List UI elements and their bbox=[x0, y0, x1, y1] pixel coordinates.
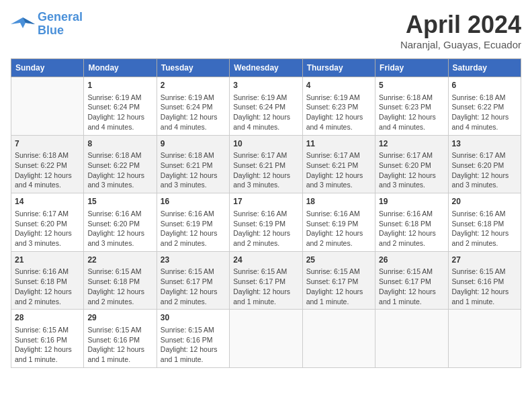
day-info: Sunrise: 6:19 AM Sunset: 6:24 PM Dayligh… bbox=[87, 93, 152, 132]
calendar-cell: 4Sunrise: 6:19 AM Sunset: 6:23 PM Daylig… bbox=[302, 77, 375, 136]
location-subtitle: Naranjal, Guayas, Ecuador bbox=[400, 39, 521, 50]
calendar-cell bbox=[11, 77, 84, 136]
day-number: 28 bbox=[15, 312, 80, 324]
calendar-cell: 18Sunrise: 6:16 AM Sunset: 6:19 PM Dayli… bbox=[302, 193, 375, 252]
day-number: 17 bbox=[233, 196, 298, 208]
calendar-cell bbox=[302, 310, 375, 368]
day-number: 22 bbox=[87, 255, 152, 266]
day-number: 2 bbox=[161, 80, 226, 91]
calendar-week-row: 14Sunrise: 6:17 AM Sunset: 6:20 PM Dayli… bbox=[11, 193, 521, 252]
day-info: Sunrise: 6:18 AM Sunset: 6:22 PM Dayligh… bbox=[452, 93, 517, 132]
day-info: Sunrise: 6:16 AM Sunset: 6:18 PM Dayligh… bbox=[452, 209, 517, 248]
day-info: Sunrise: 6:15 AM Sunset: 6:18 PM Dayligh… bbox=[87, 267, 152, 306]
calendar-week-row: 7Sunrise: 6:18 AM Sunset: 6:22 PM Daylig… bbox=[11, 135, 521, 193]
calendar-cell: 13Sunrise: 6:17 AM Sunset: 6:20 PM Dayli… bbox=[448, 135, 521, 193]
day-info: Sunrise: 6:15 AM Sunset: 6:17 PM Dayligh… bbox=[306, 267, 371, 306]
calendar-cell bbox=[375, 310, 448, 368]
header-thursday: Thursday bbox=[302, 59, 375, 77]
calendar-cell: 20Sunrise: 6:16 AM Sunset: 6:18 PM Dayli… bbox=[448, 193, 521, 252]
day-info: Sunrise: 6:15 AM Sunset: 6:17 PM Dayligh… bbox=[379, 267, 444, 306]
day-info: Sunrise: 6:17 AM Sunset: 6:21 PM Dayligh… bbox=[233, 150, 298, 190]
day-number: 12 bbox=[379, 138, 444, 150]
calendar-cell: 9Sunrise: 6:18 AM Sunset: 6:21 PM Daylig… bbox=[157, 135, 229, 193]
day-info: Sunrise: 6:19 AM Sunset: 6:23 PM Dayligh… bbox=[306, 93, 371, 132]
day-number: 14 bbox=[15, 196, 80, 208]
day-number: 11 bbox=[306, 138, 371, 150]
day-number: 7 bbox=[15, 138, 80, 150]
calendar-week-row: 21Sunrise: 6:16 AM Sunset: 6:18 PM Dayli… bbox=[11, 251, 521, 310]
header-monday: Monday bbox=[84, 59, 157, 77]
day-number: 16 bbox=[161, 196, 226, 208]
day-number: 8 bbox=[87, 138, 152, 150]
header-tuesday: Tuesday bbox=[157, 59, 229, 77]
calendar-cell: 21Sunrise: 6:16 AM Sunset: 6:18 PM Dayli… bbox=[11, 251, 84, 310]
day-number: 21 bbox=[15, 255, 80, 266]
day-info: Sunrise: 6:15 AM Sunset: 6:16 PM Dayligh… bbox=[15, 325, 80, 365]
day-number: 18 bbox=[306, 196, 371, 208]
day-number: 10 bbox=[233, 138, 298, 150]
header-wednesday: Wednesday bbox=[230, 59, 302, 77]
day-info: Sunrise: 6:15 AM Sunset: 6:17 PM Dayligh… bbox=[233, 267, 298, 306]
day-info: Sunrise: 6:16 AM Sunset: 6:20 PM Dayligh… bbox=[87, 209, 152, 248]
day-number: 13 bbox=[452, 138, 517, 150]
day-number: 25 bbox=[306, 255, 371, 266]
calendar-cell: 5Sunrise: 6:18 AM Sunset: 6:23 PM Daylig… bbox=[375, 77, 448, 136]
day-number: 24 bbox=[233, 255, 298, 266]
day-info: Sunrise: 6:16 AM Sunset: 6:19 PM Dayligh… bbox=[306, 209, 371, 248]
day-info: Sunrise: 6:17 AM Sunset: 6:20 PM Dayligh… bbox=[452, 150, 517, 190]
calendar-week-row: 1Sunrise: 6:19 AM Sunset: 6:24 PM Daylig… bbox=[11, 77, 521, 136]
logo-line2: Blue bbox=[38, 24, 64, 37]
calendar-cell bbox=[230, 310, 302, 368]
header-sunday: Sunday bbox=[11, 59, 84, 77]
page-header: General Blue April 2024 Naranjal, Guayas… bbox=[11, 11, 521, 50]
day-number: 15 bbox=[87, 196, 152, 208]
calendar-cell: 16Sunrise: 6:16 AM Sunset: 6:19 PM Dayli… bbox=[157, 193, 229, 252]
day-info: Sunrise: 6:17 AM Sunset: 6:21 PM Dayligh… bbox=[306, 150, 371, 190]
day-info: Sunrise: 6:16 AM Sunset: 6:19 PM Dayligh… bbox=[161, 209, 226, 248]
day-info: Sunrise: 6:17 AM Sunset: 6:20 PM Dayligh… bbox=[15, 209, 80, 248]
day-info: Sunrise: 6:18 AM Sunset: 6:22 PM Dayligh… bbox=[15, 150, 80, 190]
calendar-cell: 2Sunrise: 6:19 AM Sunset: 6:24 PM Daylig… bbox=[157, 77, 229, 136]
day-info: Sunrise: 6:19 AM Sunset: 6:24 PM Dayligh… bbox=[161, 93, 226, 132]
day-info: Sunrise: 6:16 AM Sunset: 6:19 PM Dayligh… bbox=[233, 209, 298, 248]
day-number: 4 bbox=[306, 80, 371, 91]
day-info: Sunrise: 6:18 AM Sunset: 6:22 PM Dayligh… bbox=[87, 150, 152, 190]
day-info: Sunrise: 6:15 AM Sunset: 6:16 PM Dayligh… bbox=[87, 325, 152, 365]
calendar-cell: 12Sunrise: 6:17 AM Sunset: 6:20 PM Dayli… bbox=[375, 135, 448, 193]
calendar-cell: 8Sunrise: 6:18 AM Sunset: 6:22 PM Daylig… bbox=[84, 135, 157, 193]
calendar-cell: 11Sunrise: 6:17 AM Sunset: 6:21 PM Dayli… bbox=[302, 135, 375, 193]
day-number: 1 bbox=[87, 80, 152, 91]
calendar-cell: 14Sunrise: 6:17 AM Sunset: 6:20 PM Dayli… bbox=[11, 193, 84, 252]
header-friday: Friday bbox=[375, 59, 448, 77]
day-info: Sunrise: 6:16 AM Sunset: 6:18 PM Dayligh… bbox=[15, 267, 80, 306]
logo-icon bbox=[11, 15, 35, 34]
day-info: Sunrise: 6:19 AM Sunset: 6:24 PM Dayligh… bbox=[233, 93, 298, 132]
day-info: Sunrise: 6:15 AM Sunset: 6:16 PM Dayligh… bbox=[161, 325, 226, 365]
day-number: 26 bbox=[379, 255, 444, 266]
title-block: April 2024 Naranjal, Guayas, Ecuador bbox=[400, 11, 521, 50]
calendar-cell: 7Sunrise: 6:18 AM Sunset: 6:22 PM Daylig… bbox=[11, 135, 84, 193]
day-info: Sunrise: 6:15 AM Sunset: 6:16 PM Dayligh… bbox=[452, 267, 517, 306]
calendar-cell: 15Sunrise: 6:16 AM Sunset: 6:20 PM Dayli… bbox=[84, 193, 157, 252]
calendar-cell: 10Sunrise: 6:17 AM Sunset: 6:21 PM Dayli… bbox=[230, 135, 302, 193]
day-number: 20 bbox=[452, 196, 517, 208]
day-number: 3 bbox=[233, 80, 298, 91]
calendar-cell: 23Sunrise: 6:15 AM Sunset: 6:17 PM Dayli… bbox=[157, 251, 229, 310]
calendar-cell: 28Sunrise: 6:15 AM Sunset: 6:16 PM Dayli… bbox=[11, 310, 84, 368]
logo: General Blue bbox=[11, 11, 83, 38]
calendar-cell: 6Sunrise: 6:18 AM Sunset: 6:22 PM Daylig… bbox=[448, 77, 521, 136]
day-info: Sunrise: 6:15 AM Sunset: 6:17 PM Dayligh… bbox=[161, 267, 226, 306]
calendar-cell: 19Sunrise: 6:16 AM Sunset: 6:18 PM Dayli… bbox=[375, 193, 448, 252]
day-number: 6 bbox=[452, 80, 517, 91]
calendar-week-row: 28Sunrise: 6:15 AM Sunset: 6:16 PM Dayli… bbox=[11, 310, 521, 368]
day-number: 27 bbox=[452, 255, 517, 266]
calendar-table: SundayMondayTuesdayWednesdayThursdayFrid… bbox=[11, 58, 521, 368]
day-info: Sunrise: 6:18 AM Sunset: 6:23 PM Dayligh… bbox=[379, 93, 444, 132]
day-number: 5 bbox=[379, 80, 444, 91]
calendar-cell: 17Sunrise: 6:16 AM Sunset: 6:19 PM Dayli… bbox=[230, 193, 302, 252]
calendar-cell: 1Sunrise: 6:19 AM Sunset: 6:24 PM Daylig… bbox=[84, 77, 157, 136]
calendar-cell: 29Sunrise: 6:15 AM Sunset: 6:16 PM Dayli… bbox=[84, 310, 157, 368]
calendar-cell: 25Sunrise: 6:15 AM Sunset: 6:17 PM Dayli… bbox=[302, 251, 375, 310]
day-number: 23 bbox=[161, 255, 226, 266]
day-number: 19 bbox=[379, 196, 444, 208]
